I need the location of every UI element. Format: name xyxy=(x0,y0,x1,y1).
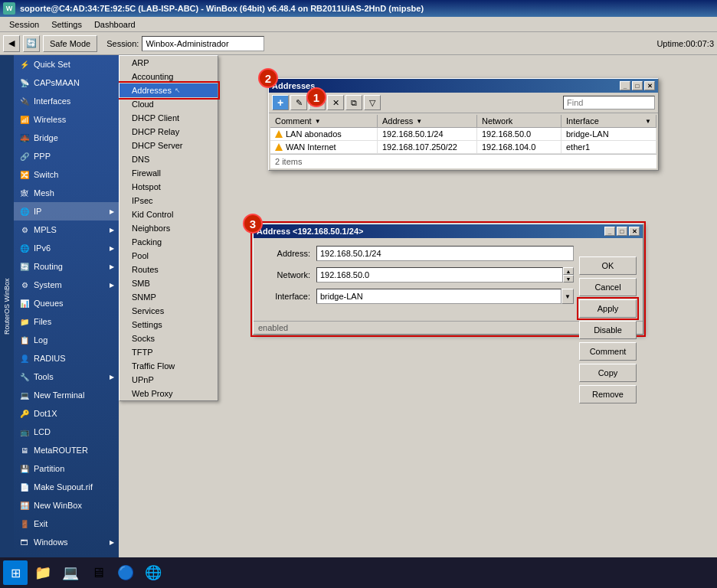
sidebar-item-make-supout[interactable]: 📄 Make Supout.rif xyxy=(14,478,119,496)
submenu-dhcp-client[interactable]: DHCP Client xyxy=(120,111,218,125)
cancel-button[interactable]: Cancel xyxy=(579,278,637,296)
sidebar-item-log[interactable]: 📋 Log xyxy=(14,331,119,349)
apply-button[interactable]: Apply xyxy=(579,299,637,318)
sidebar-item-windows[interactable]: 🗔 Windows ▶ xyxy=(14,533,119,551)
addr-edit-minimize[interactable]: _ xyxy=(604,227,615,236)
submenu-tftp[interactable]: TFTP xyxy=(120,345,218,359)
submenu-pool[interactable]: Pool xyxy=(120,249,218,263)
mpls-arrow-icon: ▶ xyxy=(110,227,114,234)
menu-session[interactable]: Session xyxy=(3,18,45,31)
submenu-packing[interactable]: Packing xyxy=(120,235,218,249)
submenu-accounting[interactable]: Accounting xyxy=(120,70,218,83)
taskbar-chrome[interactable]: 🔵 xyxy=(113,560,138,585)
submenu-addresses[interactable]: Addresses ↖ xyxy=(120,83,218,97)
sidebar-item-ppp[interactable]: 🔗 PPP xyxy=(14,147,119,165)
sidebar-item-new-terminal[interactable]: 💻 New Terminal xyxy=(14,386,119,404)
network-input[interactable] xyxy=(316,267,563,283)
table-row[interactable]: WAN Internet 192.168.107.250/22 192.168.… xyxy=(270,141,656,154)
add-address-button[interactable]: + xyxy=(272,95,289,110)
sidebar-item-quick-set[interactable]: ⚡ Quick Set xyxy=(14,55,119,74)
sidebar-item-bridge[interactable]: 🌉 Bridge xyxy=(14,129,119,147)
sidebar-item-wireless[interactable]: 📶 Wireless xyxy=(14,110,119,129)
filter-address-button[interactable]: ▽ xyxy=(364,95,381,110)
submenu-socks[interactable]: Socks xyxy=(120,332,218,345)
sidebar-item-interfaces[interactable]: 🔌 Interfaces xyxy=(14,92,119,110)
taskbar-monitor[interactable]: 🖥 xyxy=(86,560,110,585)
sidebar-item-mesh[interactable]: 🕸 Mesh xyxy=(14,184,119,202)
submenu-web-proxy[interactable]: Web Proxy xyxy=(120,387,218,400)
submenu-services[interactable]: Services xyxy=(120,304,218,318)
menu-dashboard[interactable]: Dashboard xyxy=(88,18,142,31)
submenu-cloud[interactable]: Cloud xyxy=(120,97,218,111)
back-button[interactable]: ◀ xyxy=(3,35,20,52)
ok-button[interactable]: OK xyxy=(579,256,637,275)
sidebar-item-switch[interactable]: 🔀 Switch xyxy=(14,165,119,184)
submenu-neighbors[interactable]: Neighbors xyxy=(120,221,218,235)
submenu-settings[interactable]: Settings xyxy=(120,318,218,332)
submenu-kid-control[interactable]: Kid Control xyxy=(120,207,218,221)
session-input[interactable] xyxy=(142,36,264,51)
addr-list-restore[interactable]: □ xyxy=(632,81,643,90)
network-up-button[interactable]: ▲ xyxy=(563,267,574,275)
refresh-button[interactable]: 🔄 xyxy=(23,35,40,52)
td-interface-0: bridge-LAN xyxy=(561,128,656,140)
submenu-dns[interactable]: DNS xyxy=(120,152,218,166)
submenu-routes[interactable]: Routes xyxy=(120,263,218,276)
submenu-arp[interactable]: ARP xyxy=(120,56,218,70)
sidebar-item-exit[interactable]: 🚪 Exit xyxy=(14,514,119,533)
edit-address-button[interactable]: ✎ xyxy=(290,95,307,110)
copy-address-button[interactable]: ⧉ xyxy=(345,95,362,110)
th-address[interactable]: Address ▼ xyxy=(378,115,477,127)
comment-button[interactable]: Comment xyxy=(579,342,637,361)
sidebar-item-metarouter[interactable]: 🖥 MetaROUTER xyxy=(14,441,119,459)
menu-settings[interactable]: Settings xyxy=(45,18,88,31)
submenu-dhcp-server[interactable]: DHCP Server xyxy=(120,139,218,152)
submenu-firewall[interactable]: Firewall xyxy=(120,166,218,180)
th-network[interactable]: Network xyxy=(477,115,561,127)
delete-address-button[interactable]: ✕ xyxy=(327,95,344,110)
sidebar-item-mpls[interactable]: ⚙ MPLS ▶ xyxy=(14,220,119,239)
addr-edit-close[interactable]: ✕ xyxy=(629,227,640,236)
sidebar-item-new-winbox[interactable]: 🪟 New WinBox xyxy=(14,496,119,514)
network-down-button[interactable]: ▼ xyxy=(563,275,574,283)
taskbar-files[interactable]: 📁 xyxy=(31,560,55,585)
th-interface[interactable]: Interface ▼ xyxy=(561,115,656,127)
td-network-0: 192.168.50.0 xyxy=(477,128,561,140)
sidebar-item-routing[interactable]: 🔄 Routing ▶ xyxy=(14,257,119,276)
sidebar-item-dot1x[interactable]: 🔑 Dot1X xyxy=(14,404,119,423)
sidebar-item-ipv6[interactable]: 🌐 IPv6 ▶ xyxy=(14,239,119,257)
table-row[interactable]: LAN abonados 192.168.50.1/24 192.168.50.… xyxy=(270,128,656,141)
submenu-traffic-flow[interactable]: Traffic Flow xyxy=(120,359,218,373)
addr-list-close[interactable]: ✕ xyxy=(644,81,655,90)
search-input[interactable] xyxy=(563,96,655,109)
addr-edit-restore[interactable]: □ xyxy=(617,227,627,236)
remove-button[interactable]: Remove xyxy=(579,385,637,403)
submenu-upnp[interactable]: UPnP xyxy=(120,373,218,387)
taskbar-edge[interactable]: 🌐 xyxy=(141,560,165,585)
addr-list-minimize[interactable]: _ xyxy=(620,81,630,90)
taskbar-terminal[interactable]: 💻 xyxy=(58,560,83,585)
address-input[interactable] xyxy=(316,246,574,261)
sidebar-item-lcd[interactable]: 📺 LCD xyxy=(14,423,119,441)
safe-mode-button[interactable]: Safe Mode xyxy=(43,35,97,52)
disable-button[interactable]: Disable xyxy=(579,321,637,339)
submenu-snmp[interactable]: SNMP xyxy=(120,290,218,304)
sidebar-item-system[interactable]: ⚙ System ▶ xyxy=(14,276,119,294)
sidebar-item-partition[interactable]: 💾 Partition xyxy=(14,459,119,478)
sidebar-item-capsman[interactable]: 📡 CAPsMAAN xyxy=(14,74,119,92)
submenu-dhcp-relay[interactable]: DHCP Relay xyxy=(120,125,218,139)
sidebar-item-radius[interactable]: 👤 RADIUS xyxy=(14,349,119,368)
sidebar-item-tools[interactable]: 🔧 Tools ▶ xyxy=(14,368,119,386)
copy-button[interactable]: Copy xyxy=(579,364,637,382)
sidebar-item-ip[interactable]: 🌐 IP ▶ xyxy=(14,202,119,220)
sidebar-item-files[interactable]: 📁 Files xyxy=(14,312,119,331)
table-header: Comment ▼ Address ▼ Network Interface ▼ xyxy=(270,115,656,128)
submenu-hotspot[interactable]: Hotspot xyxy=(120,180,218,194)
start-button[interactable]: ⊞ xyxy=(3,560,28,585)
interface-dropdown-button[interactable]: ▼ xyxy=(561,289,574,304)
sidebar-item-queues[interactable]: 📊 Queues xyxy=(14,294,119,312)
th-comment[interactable]: Comment ▼ xyxy=(270,115,378,127)
submenu-ipsec[interactable]: IPsec xyxy=(120,194,218,207)
interface-input[interactable] xyxy=(316,289,561,304)
submenu-smb[interactable]: SMB xyxy=(120,276,218,290)
